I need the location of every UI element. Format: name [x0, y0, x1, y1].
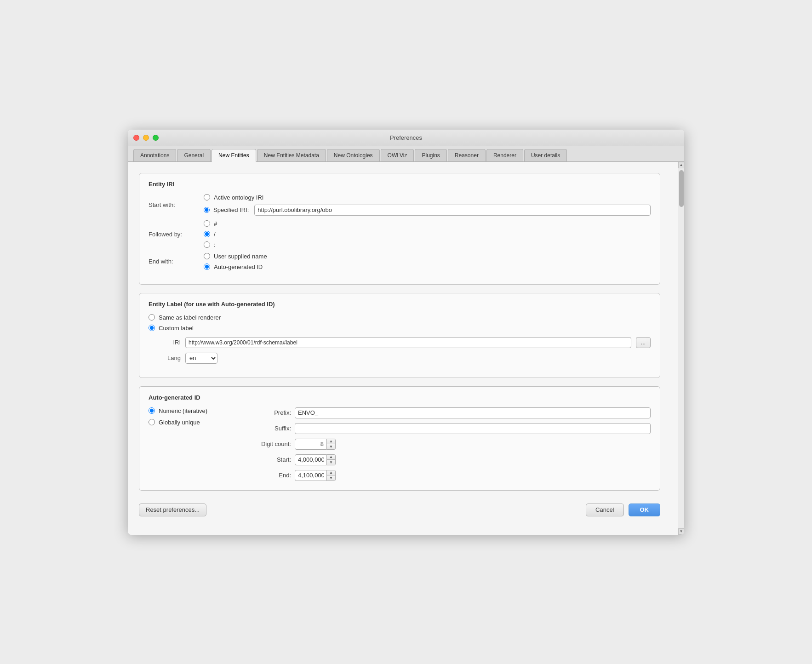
prefix-row: Prefix:: [250, 407, 651, 418]
end-with-label: End with:: [149, 258, 204, 265]
tab-general[interactable]: General: [177, 149, 211, 161]
tab-bar: Annotations General New Entities New Ent…: [128, 146, 684, 162]
end-up[interactable]: ▲: [327, 470, 335, 475]
traffic-lights: [133, 135, 159, 141]
tab-renderer[interactable]: Renderer: [486, 149, 523, 161]
entity-iri-title: Entity IRI: [149, 181, 651, 188]
window-title: Preferences: [390, 134, 422, 141]
active-ontology-iri-label: Active ontology IRI: [214, 194, 263, 201]
start-row: Start: ▲ ▼: [250, 454, 651, 465]
main-layout: Entity IRI Start with: Active ontology I…: [128, 162, 684, 535]
numeric-iterative-radio[interactable]: [149, 407, 155, 414]
same-as-label-radio[interactable]: [149, 314, 155, 321]
globally-unique-radio[interactable]: [149, 419, 155, 425]
digit-count-down[interactable]: ▼: [327, 444, 335, 449]
start-input[interactable]: [295, 454, 327, 465]
slash-label: /: [214, 231, 216, 238]
auto-generated-id-radio[interactable]: [204, 263, 210, 270]
end-input[interactable]: [295, 470, 327, 481]
lang-select[interactable]: en: [185, 353, 217, 364]
custom-label-fields: IRI ... Lang en: [149, 337, 651, 364]
start-up[interactable]: ▲: [327, 455, 335, 460]
globally-unique-label: Globally unique: [159, 419, 200, 426]
entity-iri-section: Entity IRI Start with: Active ontology I…: [139, 173, 660, 285]
lang-row: Lang en: [158, 353, 651, 364]
cancel-button[interactable]: Cancel: [586, 504, 623, 516]
prefix-input[interactable]: [295, 407, 651, 418]
auto-generated-id-title: Auto-generated ID: [149, 394, 651, 401]
user-supplied-name-option[interactable]: User supplied name: [204, 253, 267, 260]
tab-new-entities[interactable]: New Entities: [212, 149, 256, 162]
followed-by-row: Followed by: # /: [149, 220, 651, 248]
start-label: Start:: [250, 456, 291, 463]
tab-reasoner[interactable]: Reasoner: [448, 149, 486, 161]
digit-count-label: Digit count:: [250, 441, 291, 447]
suffix-input[interactable]: [295, 423, 651, 434]
digit-count-input[interactable]: [295, 439, 327, 450]
hash-option[interactable]: #: [204, 220, 217, 227]
type-options-col: Numeric (iterative) Globally unique: [149, 407, 231, 481]
scrollbar-up-button[interactable]: ▲: [678, 162, 684, 168]
reset-preferences-button[interactable]: Reset preferences...: [139, 504, 206, 516]
scrollbar-track: ▲ ▼: [678, 162, 684, 535]
slash-radio[interactable]: [204, 231, 210, 237]
title-bar: Preferences: [128, 130, 684, 146]
start-down[interactable]: ▼: [327, 460, 335, 465]
colon-option[interactable]: :: [204, 241, 217, 248]
end-down[interactable]: ▼: [327, 475, 335, 481]
custom-label-option[interactable]: Custom label: [149, 325, 651, 332]
start-spinner-buttons: ▲ ▼: [327, 454, 336, 465]
tab-new-ontologies[interactable]: New Ontologies: [327, 149, 380, 161]
end-with-row: End with: User supplied name Auto-genera…: [149, 253, 651, 270]
content-area: Entity IRI Start with: Active ontology I…: [128, 162, 671, 535]
maximize-button[interactable]: [153, 135, 159, 141]
suffix-row: Suffix:: [250, 423, 651, 434]
tab-annotations[interactable]: Annotations: [133, 149, 176, 161]
auto-generated-id-option[interactable]: Auto-generated ID: [204, 263, 267, 270]
digit-count-up[interactable]: ▲: [327, 439, 335, 444]
custom-label-radio[interactable]: [149, 325, 155, 331]
globally-unique-option[interactable]: Globally unique: [149, 419, 231, 426]
auto-generated-id-label: Auto-generated ID: [214, 263, 263, 270]
autogen-grid: Numeric (iterative) Globally unique Pref…: [149, 407, 651, 481]
iri-field-input[interactable]: [185, 337, 631, 348]
colon-radio[interactable]: [204, 241, 210, 248]
numeric-iterative-option[interactable]: Numeric (iterative): [149, 407, 231, 414]
tab-owlviz[interactable]: OWLViz: [381, 149, 414, 161]
ok-button[interactable]: OK: [629, 504, 661, 516]
id-fields-col: Prefix: Suffix: Digit count:: [250, 407, 651, 481]
active-ontology-iri-radio[interactable]: [204, 194, 210, 200]
numeric-iterative-label: Numeric (iterative): [159, 407, 207, 414]
scrollbar-down-button[interactable]: ▼: [678, 528, 684, 535]
hash-radio[interactable]: [204, 220, 210, 227]
digit-count-spinner-buttons: ▲ ▼: [327, 439, 336, 450]
specified-iri-input[interactable]: [254, 205, 651, 216]
suffix-label: Suffix:: [250, 425, 291, 432]
end-label: End:: [250, 472, 291, 479]
browse-button[interactable]: ...: [636, 337, 651, 348]
tab-new-entities-metadata[interactable]: New Entities Metadata: [257, 149, 326, 161]
end-spinner: ▲ ▼: [295, 470, 336, 481]
specified-iri-radio[interactable]: [204, 207, 210, 213]
tab-plugins[interactable]: Plugins: [415, 149, 446, 161]
dialog-buttons: Cancel OK: [586, 504, 660, 516]
slash-option[interactable]: /: [204, 231, 217, 238]
user-supplied-name-radio[interactable]: [204, 253, 210, 259]
specified-iri-label: Specified IRI:: [213, 206, 249, 213]
entity-label-title: Entity Label (for use with Auto-generate…: [149, 301, 651, 308]
end-row: End: ▲ ▼: [250, 470, 651, 481]
tab-user-details[interactable]: User details: [524, 149, 567, 161]
iri-label: IRI: [158, 339, 181, 346]
minimize-button[interactable]: [143, 135, 149, 141]
same-as-label-option[interactable]: Same as label renderer: [149, 314, 651, 321]
scrollbar-thumb[interactable]: [679, 170, 684, 207]
hash-label: #: [214, 220, 217, 227]
active-ontology-iri-option[interactable]: Active ontology IRI: [204, 194, 651, 201]
start-spinner: ▲ ▼: [295, 454, 336, 465]
close-button[interactable]: [133, 135, 139, 141]
end-spinner-buttons: ▲ ▼: [327, 470, 336, 481]
entity-label-section: Entity Label (for use with Auto-generate…: [139, 293, 660, 378]
auto-generated-id-section: Auto-generated ID Numeric (iterative) Gl…: [139, 386, 660, 491]
iri-row: IRI ...: [158, 337, 651, 348]
specified-iri-option: Specified IRI:: [204, 205, 651, 216]
